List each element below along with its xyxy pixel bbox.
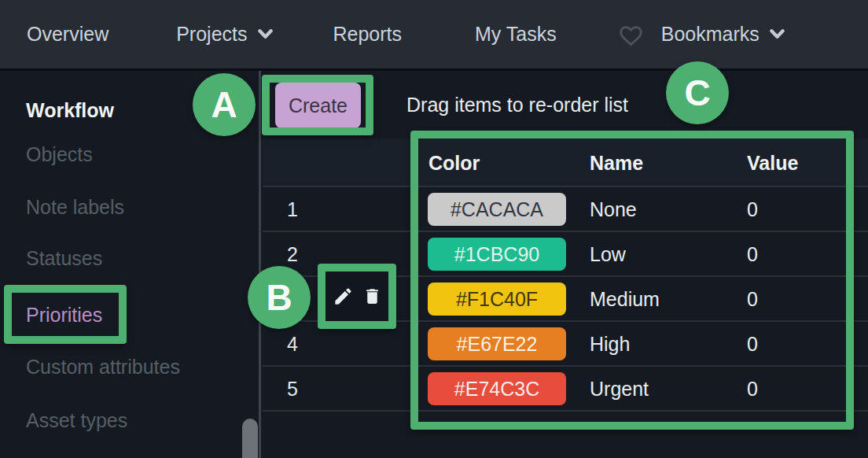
row-order-number: 5	[263, 367, 322, 412]
edit-row-button[interactable]	[333, 286, 354, 307]
app-window: OverviewProjectsReportsMy TasksBookmarks…	[0, 0, 868, 458]
priority-value: 0	[747, 187, 758, 232]
annotation-circle-a: A	[193, 73, 256, 136]
column-header-color: Color	[428, 139, 480, 187]
nav-item-bookmarks[interactable]: Bookmarks	[618, 23, 785, 46]
row-actions-highlight-box	[318, 264, 396, 329]
priority-value: 0	[747, 277, 758, 322]
table-row[interactable]: 1#CACACANone0	[263, 187, 868, 232]
priority-name: Urgent	[590, 367, 649, 412]
annotation-circle-c: C	[666, 61, 729, 124]
delete-row-button[interactable]	[362, 286, 382, 307]
pencil-icon	[333, 286, 354, 307]
row-order-number: 4	[263, 322, 322, 367]
priority-name: Medium	[590, 277, 660, 322]
nav-item-label: Bookmarks	[661, 23, 760, 46]
sidebar-item-note-labels[interactable]: Note labels	[0, 190, 236, 224]
sidebar-item-custom-attributes[interactable]: Custom attributes	[0, 349, 236, 384]
drag-reorder-hint: Drag items to re-order list	[406, 94, 628, 116]
color-swatch[interactable]: #E74C3C	[428, 372, 566, 405]
nav-item-label: Projects	[176, 23, 247, 46]
priority-value: 0	[747, 322, 758, 367]
nav-item-label: My Tasks	[475, 23, 557, 46]
priority-value: 0	[747, 232, 758, 277]
sidebar-item-statuses[interactable]: Statuses	[0, 241, 236, 275]
priority-name: None	[590, 187, 637, 232]
priority-value: 0	[747, 367, 758, 412]
column-header-name: Name	[590, 139, 643, 187]
chevron-down-icon	[770, 29, 785, 39]
chevron-down-icon	[258, 29, 273, 39]
nav-item-label: Overview	[27, 23, 108, 46]
color-swatch[interactable]: #1CBC90	[428, 238, 566, 271]
heart-icon	[618, 23, 644, 46]
sidebar-item-asset-types[interactable]: Asset types	[0, 403, 236, 438]
create-button[interactable]: Create	[275, 83, 361, 128]
color-swatch[interactable]: #E67E22	[428, 327, 566, 360]
color-swatch[interactable]: #F1C40F	[428, 283, 566, 316]
nav-item-label: Reports	[333, 23, 403, 46]
annotation-circle-b: B	[248, 266, 311, 329]
top-nav: OverviewProjectsReportsMy TasksBookmarks	[0, 0, 868, 71]
nav-item-reports[interactable]: Reports	[333, 23, 403, 46]
priority-name: Low	[590, 232, 626, 277]
nav-item-projects[interactable]: Projects	[176, 23, 272, 46]
row-order-number: 1	[263, 187, 322, 232]
table-row[interactable]: 5#E74C3CUrgent0	[263, 367, 868, 412]
trash-icon	[362, 286, 382, 307]
nav-item-my-tasks[interactable]: My Tasks	[475, 23, 557, 46]
nav-item-overview[interactable]: Overview	[27, 23, 108, 46]
color-swatch[interactable]: #CACACA	[428, 193, 566, 226]
sidebar-scrollbar-thumb[interactable]	[242, 419, 258, 458]
column-header-value: Value	[747, 139, 798, 187]
table-header-row: Color Name Value	[263, 139, 868, 187]
sidebar-item-objects[interactable]: Objects	[0, 137, 236, 172]
priority-name: High	[590, 322, 630, 367]
sidebar-item-priorities[interactable]: Priorities	[0, 297, 236, 332]
